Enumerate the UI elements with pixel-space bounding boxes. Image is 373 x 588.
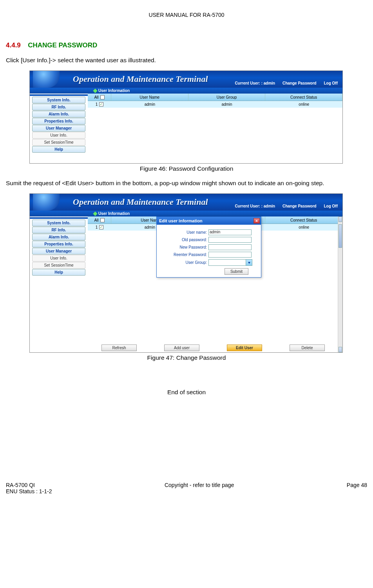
section-heading: 4.4.9 CHANGE PASSWORD bbox=[6, 41, 367, 49]
footer-right: Page 48 bbox=[347, 482, 367, 494]
main-panel: All User Name User Group Connect Status … bbox=[88, 94, 342, 163]
banner-links: Current User: : admin Change Password Lo… bbox=[228, 81, 338, 85]
sidebar-item-set-session-time[interactable]: Set SessionTime bbox=[32, 262, 85, 269]
app-title: Operation and Maintenance Terminal bbox=[73, 197, 208, 207]
delete-button[interactable]: Delete bbox=[290, 345, 325, 351]
diamond-icon bbox=[93, 211, 97, 216]
screenshot-1: Operation and Maintenance Terminal Curre… bbox=[29, 70, 343, 164]
globe-icon bbox=[33, 71, 60, 88]
label-user-group: User Group: bbox=[161, 260, 207, 265]
banner-links: Current User: : admin Change Password Lo… bbox=[228, 204, 338, 208]
col-all: All bbox=[88, 94, 111, 101]
label-new-password: New Password: bbox=[161, 245, 207, 249]
section-number: 4.4.9 bbox=[6, 41, 21, 49]
cell-connect-status: online bbox=[265, 224, 342, 231]
footer-mid: Copyright - refer to title page bbox=[165, 482, 234, 494]
panel-subheader: User Information bbox=[30, 211, 342, 216]
end-of-section: End of section bbox=[6, 389, 367, 396]
sidebar-item-user-info[interactable]: User Info. bbox=[32, 255, 85, 262]
edit-user-button[interactable]: Edit User bbox=[227, 345, 262, 351]
page-header: USER MANUAL FOR RA-5700 bbox=[6, 12, 367, 18]
paragraph-1: Click [User Info.]-> select the wanted u… bbox=[6, 56, 367, 64]
sidebar-item-rf-info[interactable]: RF Info. bbox=[32, 104, 85, 110]
input-new-password[interactable] bbox=[208, 244, 252, 250]
footer-left-1: RA-5700 QI bbox=[6, 482, 52, 488]
table-header: All User Name User Group Connect Status bbox=[88, 94, 342, 101]
label-old-password: Old password: bbox=[161, 238, 207, 242]
row-index: 1 bbox=[96, 102, 98, 106]
dialog-title-text: Edit user information bbox=[159, 218, 203, 223]
col-all: All bbox=[88, 216, 111, 224]
col-connect-status: Connect Status bbox=[265, 94, 342, 101]
sidebar-item-alarm-info[interactable]: Alarm Info. bbox=[32, 111, 85, 117]
sidebar-item-user-manager[interactable]: User Manager bbox=[32, 248, 85, 254]
sidebar-item-user-info[interactable]: User Info. bbox=[32, 132, 85, 139]
scrollbar-thumb[interactable] bbox=[339, 224, 342, 248]
panel-subheader: User Information bbox=[30, 88, 342, 94]
vertical-scrollbar[interactable] bbox=[338, 216, 342, 352]
label-user-name: User name: bbox=[161, 230, 207, 234]
select-user-group[interactable] bbox=[208, 259, 252, 266]
add-user-button[interactable]: Add user bbox=[164, 345, 199, 351]
page-footer: RA-5700 QI ENU Status : 1-1-2 Copyright … bbox=[6, 482, 367, 494]
cell-user-group: admin bbox=[188, 101, 266, 108]
app-title: Operation and Maintenance Terminal bbox=[73, 74, 208, 84]
main-panel: All User Nam Connect Status 1 ✓ admin on… bbox=[88, 216, 342, 352]
input-old-password[interactable] bbox=[208, 237, 252, 243]
screenshot-2: Operation and Maintenance Terminal Curre… bbox=[29, 193, 343, 353]
dialog-title-bar[interactable]: Edit user information × bbox=[157, 217, 261, 225]
scroll-up-icon[interactable] bbox=[339, 216, 342, 222]
panel-subheader-text: User Information bbox=[98, 88, 130, 93]
input-reenter-password[interactable] bbox=[208, 252, 252, 258]
footer-left-2: ENU Status : 1-1-2 bbox=[6, 488, 52, 494]
sidebar: System Info. RF Info. Alarm Info. Proper… bbox=[30, 216, 88, 352]
sidebar: System Info. RF Info. Alarm Info. Proper… bbox=[30, 94, 88, 163]
col-user-group: User Group bbox=[188, 94, 266, 101]
current-user-label: Current User: : admin bbox=[235, 81, 275, 85]
sidebar-item-rf-info[interactable]: RF Info. bbox=[32, 227, 85, 233]
sidebar-item-help[interactable]: Help bbox=[32, 146, 85, 153]
table-row[interactable]: 1 ✓ admin admin online bbox=[88, 101, 342, 108]
sidebar-item-properties-info[interactable]: Properties Info. bbox=[32, 241, 85, 247]
action-bar: Refresh Add user Edit User Delete bbox=[88, 345, 339, 351]
close-icon[interactable]: × bbox=[253, 218, 260, 224]
label-reenter-password: Reenter Password: bbox=[161, 253, 207, 257]
change-password-link[interactable]: Change Password bbox=[282, 81, 317, 85]
paragraph-2: Sumit the request of <Edit User> buttom … bbox=[6, 179, 367, 187]
section-title: CHANGE PASSWORD bbox=[28, 41, 97, 49]
row-index: 1 bbox=[96, 225, 98, 229]
row-checkbox[interactable]: ✓ bbox=[99, 102, 103, 106]
globe-icon bbox=[33, 194, 60, 211]
app-banner: Operation and Maintenance Terminal Curre… bbox=[30, 71, 342, 88]
row-checkbox[interactable]: ✓ bbox=[99, 225, 103, 229]
figure-1-caption: Figure 46: Password Configuration bbox=[6, 165, 367, 172]
submit-button[interactable]: Submit bbox=[225, 268, 248, 275]
cell-user-name: admin bbox=[111, 101, 188, 108]
input-user-name[interactable]: admin bbox=[208, 229, 252, 235]
sidebar-item-set-session-time[interactable]: Set SessionTime bbox=[32, 139, 85, 146]
log-off-link[interactable]: Log Off bbox=[324, 204, 338, 208]
diamond-icon bbox=[93, 88, 97, 93]
log-off-link[interactable]: Log Off bbox=[324, 81, 338, 85]
current-user-label: Current User: : admin bbox=[235, 204, 275, 208]
sidebar-item-properties-info[interactable]: Properties Info. bbox=[32, 118, 85, 124]
select-all-checkbox[interactable] bbox=[100, 218, 105, 222]
sidebar-item-user-manager[interactable]: User Manager bbox=[32, 125, 85, 132]
sidebar-item-system-info[interactable]: System Info. bbox=[32, 97, 85, 103]
sidebar-item-alarm-info[interactable]: Alarm Info. bbox=[32, 234, 85, 240]
cell-connect-status: online bbox=[265, 101, 342, 108]
sidebar-item-help[interactable]: Help bbox=[32, 269, 85, 276]
panel-subheader-text: User Information bbox=[98, 211, 130, 216]
app-banner: Operation and Maintenance Terminal Curre… bbox=[30, 194, 342, 211]
select-all-checkbox[interactable] bbox=[100, 95, 105, 99]
edit-user-dialog: Edit user information × User name: admin… bbox=[156, 216, 261, 278]
figure-2-caption: Figure 47: Change Password bbox=[6, 354, 367, 361]
sidebar-item-system-info[interactable]: System Info. bbox=[32, 220, 85, 226]
col-user-name: User Name bbox=[111, 94, 188, 101]
refresh-button[interactable]: Refresh bbox=[101, 345, 137, 351]
col-connect-status: Connect Status bbox=[265, 216, 342, 224]
change-password-link[interactable]: Change Password bbox=[282, 204, 317, 208]
scroll-down-icon[interactable] bbox=[339, 347, 342, 352]
